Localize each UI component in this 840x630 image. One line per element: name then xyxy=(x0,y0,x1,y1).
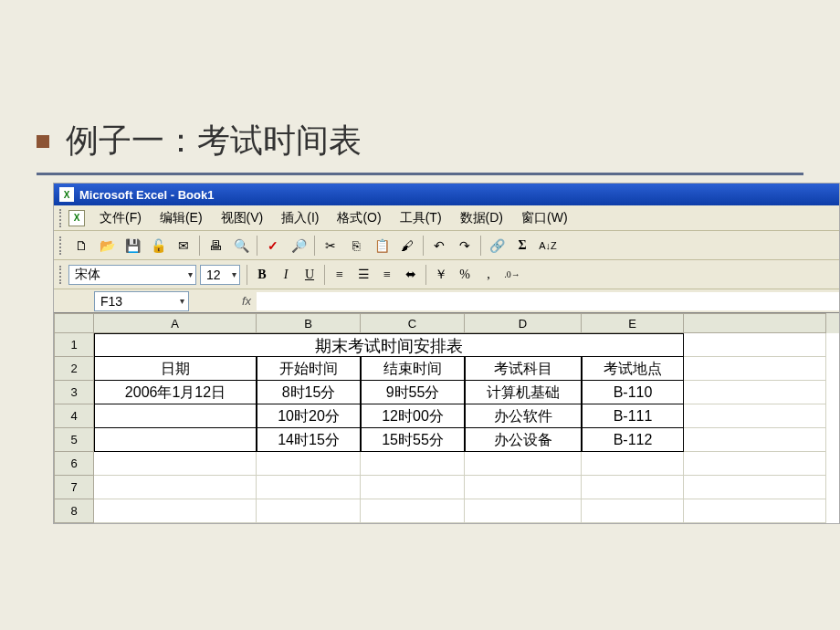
cell[interactable]: 办公设备 xyxy=(465,428,582,452)
autosum-icon[interactable]: Σ xyxy=(510,234,534,257)
cell[interactable] xyxy=(94,428,257,452)
col-header-A[interactable]: A xyxy=(94,313,257,333)
cell[interactable]: 计算机基础 xyxy=(465,381,582,404)
col-header-D[interactable]: D xyxy=(465,313,582,333)
row-header-7[interactable]: 7 xyxy=(54,476,94,499)
cell[interactable] xyxy=(582,452,684,476)
cell[interactable] xyxy=(257,476,361,499)
cell[interactable] xyxy=(94,452,257,476)
excel-doc-icon[interactable]: X xyxy=(68,210,85,226)
merge-center-icon[interactable]: ⬌ xyxy=(400,264,422,286)
cell[interactable]: B-112 xyxy=(582,428,684,452)
cell[interactable]: B-110 xyxy=(582,381,684,404)
worksheet-grid[interactable]: A B C D E 1 期末考试时间安排表 2 日期 开始时间 结束时间 考试科… xyxy=(54,313,839,523)
menu-window[interactable]: 窗口(W) xyxy=(512,208,577,228)
row-header-3[interactable]: 3 xyxy=(54,381,94,404)
select-all-corner[interactable] xyxy=(54,313,94,333)
formula-input[interactable] xyxy=(257,292,839,310)
cell[interactable] xyxy=(94,404,257,428)
cell[interactable]: 2006年1月12日 xyxy=(94,381,257,404)
cell[interactable] xyxy=(257,452,361,476)
open-icon[interactable]: 📂 xyxy=(95,234,119,257)
cell[interactable]: 12时00分 xyxy=(361,404,465,428)
cell[interactable] xyxy=(582,499,684,523)
cell[interactable]: 9时55分 xyxy=(361,381,465,404)
menu-tools[interactable]: 工具(T) xyxy=(391,208,451,228)
name-box[interactable]: F13 xyxy=(94,291,189,311)
row-header-4[interactable]: 4 xyxy=(54,404,94,428)
row-header-1[interactable]: 1 xyxy=(54,333,94,357)
fx-label[interactable]: fx xyxy=(242,294,251,308)
toolbar-handle-icon[interactable] xyxy=(59,236,65,255)
cell[interactable] xyxy=(684,452,826,476)
new-icon[interactable]: 🗋 xyxy=(69,234,93,257)
redo-icon[interactable]: ↷ xyxy=(453,234,477,257)
cell[interactable] xyxy=(361,452,465,476)
sort-asc-icon[interactable]: A↓Z xyxy=(536,234,560,257)
cell[interactable] xyxy=(361,499,465,523)
font-size-select[interactable]: 12 xyxy=(200,265,240,285)
cell[interactable] xyxy=(684,404,826,428)
paste-icon[interactable]: 📋 xyxy=(370,234,394,257)
menu-edit[interactable]: 编辑(E) xyxy=(151,208,212,228)
cell[interactable] xyxy=(684,499,826,523)
cell-header-end[interactable]: 结束时间 xyxy=(361,357,465,381)
email-icon[interactable]: ✉ xyxy=(172,234,195,257)
cut-icon[interactable]: ✂ xyxy=(319,234,342,257)
row-header-2[interactable]: 2 xyxy=(54,357,94,381)
comma-icon[interactable]: , xyxy=(478,264,499,286)
print-icon[interactable]: 🖶 xyxy=(204,234,227,257)
research-icon[interactable]: 🔎 xyxy=(287,234,310,257)
print-preview-icon[interactable]: 🔍 xyxy=(229,234,253,257)
cell[interactable] xyxy=(94,476,257,499)
underline-button[interactable]: U xyxy=(299,264,320,286)
cell[interactable]: 15时55分 xyxy=(361,428,465,452)
align-right-icon[interactable]: ≡ xyxy=(376,264,398,286)
toolbar-handle-icon[interactable] xyxy=(59,266,65,284)
cell[interactable] xyxy=(465,476,582,499)
cell[interactable] xyxy=(582,476,684,499)
cell[interactable]: 办公软件 xyxy=(465,404,582,428)
col-header-E[interactable]: E xyxy=(582,313,684,333)
italic-button[interactable]: I xyxy=(275,264,297,286)
col-header-B[interactable]: B xyxy=(257,313,361,333)
cell[interactable]: 8时15分 xyxy=(257,381,361,404)
menu-insert[interactable]: 插入(I) xyxy=(272,208,328,228)
cell[interactable] xyxy=(361,476,465,499)
cell[interactable] xyxy=(684,357,826,381)
increase-decimal-icon[interactable]: .0→ xyxy=(501,264,523,286)
row-header-6[interactable]: 6 xyxy=(54,452,94,476)
row-header-5[interactable]: 5 xyxy=(54,428,94,452)
font-name-select[interactable]: 宋体 xyxy=(68,265,196,285)
menu-view[interactable]: 视图(V) xyxy=(212,208,273,228)
format-painter-icon[interactable]: 🖌 xyxy=(395,234,419,257)
col-header-C[interactable]: C xyxy=(361,313,465,333)
cell[interactable] xyxy=(465,452,582,476)
cell-header-date[interactable]: 日期 xyxy=(94,357,257,381)
permission-icon[interactable]: 🔓 xyxy=(146,234,170,257)
menu-format[interactable]: 格式(O) xyxy=(328,208,390,228)
menu-file[interactable]: 文件(F) xyxy=(90,208,151,228)
undo-icon[interactable]: ↶ xyxy=(427,234,451,257)
spellcheck-icon[interactable]: ✓ xyxy=(261,234,285,257)
row-header-8[interactable]: 8 xyxy=(54,499,94,523)
cell[interactable]: 10时20分 xyxy=(257,404,361,428)
cell[interactable]: B-111 xyxy=(582,404,684,428)
cell[interactable] xyxy=(257,499,361,523)
currency-icon[interactable]: ￥ xyxy=(430,264,452,286)
cell[interactable]: 14时15分 xyxy=(257,428,361,452)
menu-data[interactable]: 数据(D) xyxy=(451,208,512,228)
align-left-icon[interactable]: ≡ xyxy=(329,264,351,286)
hyperlink-icon[interactable]: 🔗 xyxy=(485,234,509,257)
cell[interactable] xyxy=(684,333,826,357)
percent-icon[interactable]: % xyxy=(454,264,476,286)
toolbar-handle-icon[interactable] xyxy=(59,209,65,227)
cell-header-start[interactable]: 开始时间 xyxy=(257,357,361,381)
cell[interactable] xyxy=(684,476,826,499)
bold-button[interactable]: B xyxy=(251,264,273,286)
copy-icon[interactable]: ⎘ xyxy=(344,234,368,257)
cell-title[interactable]: 期末考试时间安排表 xyxy=(94,333,684,357)
cell[interactable] xyxy=(684,428,826,452)
align-center-icon[interactable]: ☰ xyxy=(352,264,374,286)
cell-header-location[interactable]: 考试地点 xyxy=(582,357,684,381)
